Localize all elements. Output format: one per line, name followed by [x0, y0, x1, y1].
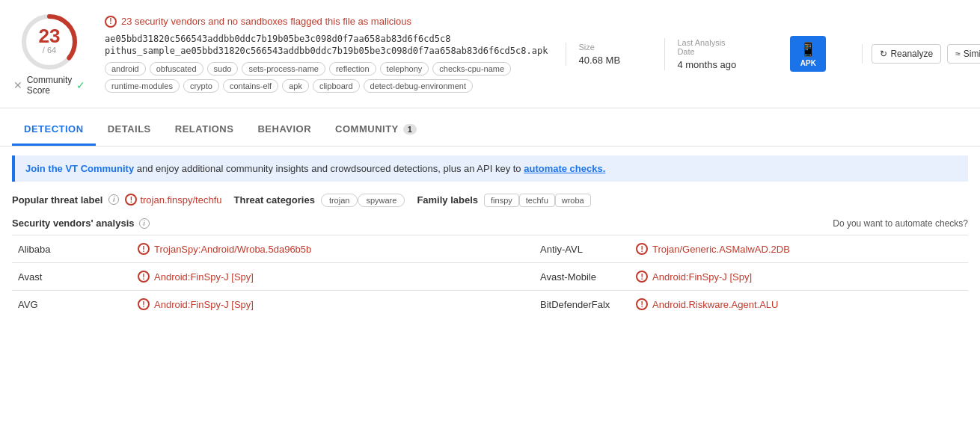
threat-category-tag: trojan — [321, 194, 358, 207]
vendors-section-header: Security vendors' analysis i Do you want… — [12, 218, 968, 229]
file-name: pithus_sample_ae05bbd31820c566543addbb0d… — [105, 46, 548, 56]
family-label-tag: finspy — [484, 194, 519, 207]
reanalyze-button[interactable]: ↻ Reanalyze — [872, 44, 941, 64]
date-label: Last Analysis Date — [677, 38, 742, 56]
main-info: ! 23 security vendors and no sandboxes f… — [96, 13, 557, 96]
table-row: AVG ! Android:FinSpy-J [Spy] BitDefender… — [12, 291, 968, 318]
community-score-check-icon: ✓ — [76, 79, 85, 91]
vendor-name-2: BitDefenderFalx — [510, 291, 630, 318]
tab-detection[interactable]: DETECTION — [12, 114, 96, 146]
vendors-info-icon: i — [139, 218, 150, 229]
result-warning-icon-2: ! — [636, 271, 648, 283]
popular-threat-value: ! trojan.finspy/techfu — [125, 194, 221, 206]
community-banner: Join the VT Community and enjoy addition… — [12, 155, 968, 182]
result-warning-icon: ! — [138, 271, 150, 283]
banner-middle-text: and enjoy additional community insights … — [137, 163, 524, 174]
file-tag[interactable]: sets-process-name — [242, 62, 325, 75]
family-labels-tags: finspytechfuwroba — [484, 194, 591, 206]
file-tag[interactable]: checks-cpu-name — [432, 62, 511, 75]
date-meta: Last Analysis Date 4 months ago — [664, 38, 754, 70]
detection-result: ! Android:FinSpy-J [Spy] — [132, 291, 510, 318]
result-text: TrojanSpy:Android/Wroba.5da96b5b — [154, 244, 311, 255]
table-row: Alibaba ! TrojanSpy:Android/Wroba.5da96b… — [12, 235, 968, 263]
file-tag[interactable]: obfuscated — [150, 62, 203, 75]
size-meta: Size 40.68 MB — [566, 43, 655, 66]
similar-button[interactable]: ≈ Similar ▾ — [947, 44, 980, 64]
score-container: 23 / 64 ✕ Community Score ✓ — [12, 6, 87, 102]
file-tag[interactable]: runtime-modules — [105, 79, 180, 93]
alert-text: 23 security vendors and no sandboxes fla… — [121, 16, 411, 27]
alert-row: ! 23 security vendors and no sandboxes f… — [105, 16, 548, 28]
top-bar: 23 / 64 ✕ Community Score ✓ ! 23 securit… — [0, 0, 980, 108]
result-warning-icon-2: ! — [636, 243, 648, 255]
file-tag[interactable]: android — [105, 62, 146, 75]
threat-categories-section: Threat categories trojanspyware — [234, 194, 405, 206]
threat-category-tag: spyware — [358, 194, 405, 207]
threat-row: Popular threat label i ! trojan.finspy/t… — [12, 194, 968, 206]
detection-result-2: ! Android:FinSpy-J [Spy] — [630, 263, 968, 291]
vendors-section-title: Security vendors' analysis i — [12, 218, 150, 229]
file-tag[interactable]: reflection — [329, 62, 376, 75]
similar-label: Similar — [964, 49, 980, 59]
vendors-title-text: Security vendors' analysis — [12, 218, 135, 229]
reanalyze-label: Reanalyze — [890, 49, 933, 59]
file-tag[interactable]: telephony — [380, 62, 429, 75]
file-type-label: APK — [800, 59, 816, 67]
file-type-block: 📱 APK — [763, 36, 853, 72]
threat-categories-label: Threat categories — [234, 194, 315, 206]
vendor-name: Alibaba — [12, 235, 132, 263]
content-area: Join the VT Community and enjoy addition… — [0, 147, 980, 327]
detection-result-2: ! Trojan/Generic.ASMalwAD.2DB — [630, 235, 968, 263]
score-number: 23 — [39, 26, 61, 46]
result-text-2: Android.Riskware.Agent.ALU — [652, 299, 778, 310]
vendor-name: AVG — [12, 291, 132, 318]
similar-icon: ≈ — [955, 49, 961, 59]
vendor-name-2: Antiy-AVL — [510, 235, 630, 263]
result-text-2: Android:FinSpy-J [Spy] — [652, 271, 752, 283]
file-tag[interactable]: sudo — [207, 62, 239, 75]
score-circle: 23 / 64 — [19, 12, 79, 72]
community-score-label: Community Score — [27, 75, 73, 96]
join-community-link[interactable]: Join the VT Community — [25, 163, 134, 174]
size-value: 40.68 MB — [578, 55, 620, 66]
result-warning-icon: ! — [138, 298, 150, 310]
result-text-2: Trojan/Generic.ASMalwAD.2DB — [652, 244, 790, 255]
automate-checks-link[interactable]: automate checks. — [524, 163, 605, 174]
vendor-name: Avast — [12, 263, 132, 291]
size-label: Size — [578, 43, 594, 52]
result-warning-icon: ! — [138, 243, 150, 255]
detection-result: ! Android:FinSpy-J [Spy] — [132, 263, 510, 291]
action-buttons[interactable]: ↻ Reanalyze ≈ Similar ▾ More ▾ — [862, 44, 980, 64]
detection-result: ! TrojanSpy:Android/Wroba.5da96b5b — [132, 235, 510, 263]
result-text: Android:FinSpy-J [Spy] — [154, 271, 254, 283]
reanalyze-icon: ↻ — [880, 49, 887, 59]
apk-icon: 📱 APK — [790, 36, 826, 72]
detection-result-2: ! Android.Riskware.Agent.ALU — [630, 291, 968, 318]
file-hash: ae05bbd31820c566543addbb0ddc7b19b05be3c0… — [105, 34, 548, 44]
threat-warning-icon: ! — [125, 194, 137, 206]
table-row: Avast ! Android:FinSpy-J [Spy] Avast-Mob… — [12, 263, 968, 291]
file-tag[interactable]: contains-elf — [223, 79, 278, 93]
community-score-row: ✕ Community Score ✓ — [13, 75, 86, 96]
family-label-tag: techfu — [519, 194, 555, 207]
file-tag[interactable]: detect-debug-environment — [364, 79, 473, 93]
tab-badge-community: 1 — [403, 124, 417, 135]
file-tag[interactable]: clipboard — [313, 79, 360, 93]
tags-row: androidobfuscatedsudosets-process-namere… — [105, 62, 548, 93]
tabs-bar: DETECTIONDETAILSRELATIONSBEHAVIORCOMMUNI… — [0, 114, 980, 147]
automate-link: Do you want to automate checks? — [833, 218, 968, 229]
tab-community[interactable]: COMMUNITY1 — [323, 114, 429, 146]
family-labels-label: Family labels — [417, 194, 478, 206]
popular-threat-section: Popular threat label i ! trojan.finspy/t… — [12, 194, 222, 206]
community-score-x-icon[interactable]: ✕ — [13, 79, 22, 91]
result-text: Android:FinSpy-J [Spy] — [154, 299, 254, 310]
file-tag[interactable]: crypto — [183, 79, 219, 93]
family-label-tag: wroba — [555, 194, 591, 207]
tab-behavior[interactable]: BEHAVIOR — [245, 114, 323, 146]
score-text: 23 / 64 — [39, 26, 61, 55]
vendor-table: Alibaba ! TrojanSpy:Android/Wroba.5da96b… — [12, 235, 968, 318]
tab-details[interactable]: DETAILS — [96, 114, 163, 146]
file-tag[interactable]: apk — [282, 79, 309, 93]
tab-relations[interactable]: RELATIONS — [163, 114, 246, 146]
alert-icon: ! — [105, 16, 117, 28]
